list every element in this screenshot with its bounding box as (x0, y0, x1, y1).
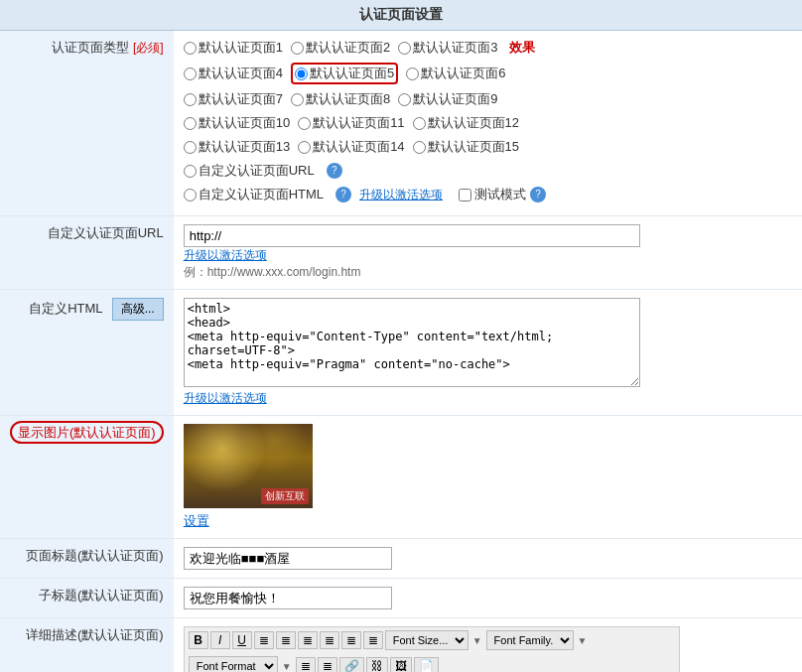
test-mode-checkbox[interactable] (459, 189, 471, 202)
upgrade-link-url[interactable]: 升级以激活选项 (184, 248, 267, 262)
radio-item-p3[interactable]: 默认认证页面3 (398, 39, 497, 57)
radio-item-custom-url[interactable]: 自定义认证页面URL (184, 162, 315, 180)
auth-type-content: 默认认证页面1 默认认证页面2 默认认证页面3 效果 (174, 31, 802, 216)
upgrade-link-html[interactable]: 升级以激活选项 (359, 187, 443, 203)
subtitle-content (174, 579, 802, 618)
align-justify-btn[interactable]: ≣ (320, 631, 339, 649)
radio-row-4: 默认认证页面10 默认认证页面11 默认认证页面12 (184, 114, 792, 132)
radio-p7[interactable] (184, 93, 197, 106)
unlink-btn[interactable]: ⛓ (366, 657, 388, 672)
font-family-select[interactable]: Font Family. (486, 630, 574, 650)
radio-item-p10[interactable]: 默认认证页面10 (184, 114, 290, 132)
align-center-btn[interactable]: ≣ (276, 631, 296, 649)
subtitle-label: 子标题(默认认证页面) (0, 579, 174, 618)
radio-item-custom-html[interactable]: 自定义认证页面HTML (184, 186, 324, 203)
radio-item-p4[interactable]: 默认认证页面4 (184, 65, 283, 82)
custom-url-row: 自定义认证页面URL 升级以激活选项 例：http://www.xxx.com/… (0, 216, 802, 290)
custom-url-content: 升级以激活选项 例：http://www.xxx.com/login.htm (174, 216, 802, 290)
radio-p10[interactable] (184, 117, 197, 130)
radio-item-p6[interactable]: 默认认证页面6 (406, 65, 505, 82)
upgrade-link-html-content[interactable]: 升级以激活选项 (184, 391, 267, 405)
link-btn[interactable]: 🔗 (339, 657, 364, 672)
custom-html-info-icon: ? (335, 187, 351, 202)
font-family-divider: ▼ (576, 635, 590, 646)
setup-link[interactable]: 设置 (184, 512, 209, 530)
align-center-btn2[interactable]: ≣ (318, 657, 337, 672)
radio-item-p11[interactable]: 默认认证页面11 (298, 114, 404, 132)
radio-item-p9[interactable]: 默认认证页面9 (398, 90, 497, 108)
test-mode-label[interactable]: 测试模式 (459, 186, 526, 203)
url-hint: 例：http://www.xxx.com/login.htm (184, 265, 361, 279)
font-format-select[interactable]: Font Format (189, 656, 278, 672)
radio-p14[interactable] (298, 141, 311, 154)
radio-p15[interactable] (413, 141, 426, 154)
radio-custom-url[interactable] (184, 165, 197, 178)
watermark: 创新互联 (261, 488, 309, 504)
radio-item-p12[interactable]: 默认认证页面12 (413, 114, 519, 132)
radio-item-p5[interactable]: 默认认证页面5 (291, 63, 398, 84)
radio-p9[interactable] (398, 93, 411, 106)
radio-p8[interactable] (291, 93, 304, 106)
custom-html-label: 自定义HTML 高级... (0, 290, 174, 416)
radio-p12[interactable] (413, 117, 426, 130)
bold-btn[interactable]: B (189, 631, 208, 649)
radio-item-p13[interactable]: 默认认证页面13 (184, 138, 290, 156)
radio-item-p2[interactable]: 默认认证页面2 (291, 39, 390, 57)
radio-row-5: 默认认证页面13 默认认证页面14 默认认证页面15 (184, 138, 792, 156)
radio-row-3: 默认认证页面7 默认认证页面8 默认认证页面9 (184, 90, 792, 108)
page-title-input[interactable] (184, 547, 392, 570)
align-left-btn[interactable]: ≣ (254, 631, 274, 649)
list-ul-btn[interactable]: ≣ (363, 631, 383, 649)
radio-item-p15[interactable]: 默认认证页面15 (413, 138, 519, 156)
custom-url-info-icon: ? (327, 163, 342, 179)
page-title: 认证页面设置 (0, 0, 802, 31)
custom-html-row: 自定义HTML 高级... <html> <head> <meta http-e… (0, 290, 802, 416)
radio-item-p7[interactable]: 默认认证页面7 (184, 90, 283, 108)
radio-p6[interactable] (406, 67, 419, 80)
subtitle-input[interactable] (184, 587, 392, 609)
radio-custom-html[interactable] (184, 189, 197, 202)
radio-p1[interactable] (184, 42, 197, 55)
radio-row-custom-url: 自定义认证页面URL ? (184, 162, 792, 180)
font-size-divider: ▼ (470, 635, 484, 646)
radio-item-p14[interactable]: 默认认证页面14 (298, 138, 404, 156)
radio-row-2: 默认认证页面4 默认认证页面5 默认认证页面6 (184, 63, 792, 84)
radio-p11[interactable] (298, 117, 311, 130)
radio-p5[interactable] (295, 67, 308, 80)
radio-p4[interactable] (184, 67, 197, 80)
required-tag: [必须] (133, 41, 164, 55)
page-title-row: 页面标题(默认认证页面) (0, 539, 802, 579)
radio-p13[interactable] (184, 141, 197, 154)
page-title-content (174, 539, 802, 579)
custom-url-input[interactable] (184, 224, 640, 247)
radio-item-p1[interactable]: 默认认证页面1 (184, 39, 283, 57)
italic-btn[interactable]: I (210, 631, 230, 649)
underline-btn[interactable]: U (232, 631, 252, 649)
align-left-btn2[interactable]: ≣ (296, 657, 316, 672)
font-size-select[interactable]: Font Size... (385, 630, 468, 650)
detail-desc-row: 详细描述(默认认证页面) B I U ≣ ≣ ≣ ≣ ≣ ≣ Font Size… (0, 618, 802, 673)
auth-type-label: 认证页面类型 [必须] (0, 31, 174, 216)
radio-p2[interactable] (291, 42, 304, 55)
display-image-content: 创新互联 设置 (174, 416, 802, 539)
radio-p3[interactable] (398, 42, 411, 55)
page-title-label: 页面标题(默认认证页面) (0, 539, 174, 579)
html-textarea[interactable]: <html> <head> <meta http-equiv="Content-… (184, 298, 640, 387)
align-right-btn[interactable]: ≣ (298, 631, 318, 649)
list-ol-btn[interactable]: ≣ (341, 631, 361, 649)
display-image-label: 显示图片(默认认证页面) (0, 416, 174, 539)
source-btn[interactable]: 📄 (414, 657, 439, 672)
editor-toolbar-1: B I U ≣ ≣ ≣ ≣ ≣ ≣ Font Size... ▼ Font Fa… (184, 626, 680, 653)
radio-item-p8[interactable]: 默认认证页面8 (291, 90, 390, 108)
advanced-btn[interactable]: 高级... (112, 298, 164, 321)
display-image-label-text: 显示图片(默认认证页面) (10, 421, 164, 444)
auth-type-row: 认证页面类型 [必须] 默认认证页面1 默认认证页面2 (0, 31, 802, 216)
custom-url-label: 自定义认证页面URL (0, 216, 174, 290)
custom-html-content: <html> <head> <meta http-equiv="Content-… (174, 290, 802, 416)
detail-desc-content: B I U ≣ ≣ ≣ ≣ ≣ ≣ Font Size... ▼ Font Fa… (174, 618, 802, 673)
effect-link[interactable]: 效果 (509, 39, 535, 57)
radio-row-custom-html: 自定义认证页面HTML ? 升级以激活选项 测试模式 ? (184, 186, 792, 203)
image-btn[interactable]: 🖼 (390, 657, 412, 672)
preview-image: 创新互联 (184, 424, 313, 508)
image-section: 创新互联 设置 (184, 424, 792, 530)
